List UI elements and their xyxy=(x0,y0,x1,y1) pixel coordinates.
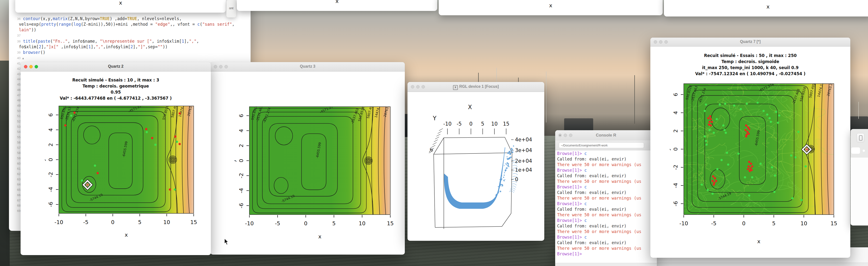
sample-point-red xyxy=(750,162,752,165)
code-token: ,info$ylim[ xyxy=(103,44,130,49)
code-line[interactable]: contour(x,y,matrix(Z,N,N,byrow=TRUE) ,ad… xyxy=(23,16,182,21)
box-edge xyxy=(434,153,512,154)
console-titlebar[interactable]: Console R xyxy=(555,130,657,141)
console-line: Called from: eval(ei, envir) xyxy=(555,190,657,195)
partial-plot-window-3[interactable]: x xyxy=(439,0,663,15)
line-number: 49 xyxy=(12,104,21,107)
code-token: ( xyxy=(71,22,73,27)
line-number: 40 xyxy=(12,56,21,60)
console-line: Browse[1]> c xyxy=(555,201,657,207)
quartz3-titlebar[interactable]: Quartz 3 xyxy=(210,62,405,72)
sample-point-green xyxy=(719,104,721,106)
y-tick-label: -2 xyxy=(48,172,54,177)
console-line: Browse[1]> c xyxy=(555,167,657,173)
surface-spray-point xyxy=(509,158,510,160)
mouse-tool-button[interactable] xyxy=(857,133,864,142)
sample-point-green xyxy=(705,140,707,142)
fold-marker-icon[interactable]: ▲ xyxy=(22,57,25,60)
surface-spray-point xyxy=(500,184,502,185)
code-token: ,, vfont = xyxy=(170,22,197,27)
console-line: Called from: eval(ei, envir) xyxy=(555,223,657,229)
sample-point-green xyxy=(766,113,768,116)
z-tick-label: 2e+04 xyxy=(515,158,532,164)
line-number: 37 xyxy=(12,34,21,37)
code-line[interactable]: fo$xlim[2],"]x[" ,info$ylim[1],",",info$… xyxy=(19,44,167,49)
code-token: (Z,N,N,byrow= xyxy=(67,16,100,21)
surface-spray-point xyxy=(504,165,504,166)
z-tick-label: 4e+04 xyxy=(515,137,532,142)
sample-point-green xyxy=(775,111,777,113)
x-tick-label: -5 xyxy=(83,219,88,225)
partial-plot-window-4[interactable]: x xyxy=(664,0,868,17)
code-line[interactable]: lain")) xyxy=(19,27,36,32)
box-edge xyxy=(435,227,502,228)
surface-spray-point xyxy=(496,194,497,195)
line-number: 60 xyxy=(12,162,21,165)
sample-point-green xyxy=(720,159,723,161)
sample-point-red xyxy=(169,188,171,191)
surface-spray-point xyxy=(508,158,509,159)
console-line: There were 50 or more warnings (us xyxy=(555,195,657,201)
quartz2-titlebar[interactable]: Quartz 2 xyxy=(21,62,211,72)
line-number: 64 xyxy=(12,183,21,186)
surface-spray-point xyxy=(498,192,499,193)
plot-title-line: Recuit simulé - Essais : 10 , it max : 3 xyxy=(21,77,211,83)
console-output[interactable]: Browse[1]> cCalled from: eval(ei, envir)… xyxy=(555,151,657,263)
code-line[interactable]: browser() xyxy=(23,50,45,55)
sample-point-red xyxy=(748,161,750,163)
sample-point-red xyxy=(747,168,749,170)
sample-point-green xyxy=(154,143,156,146)
x-tick-label: 5 xyxy=(138,219,142,225)
partial-plot-window-1[interactable]: x xyxy=(15,0,226,12)
y-tick-label: 4 xyxy=(238,129,244,132)
code-token: vels=exp( xyxy=(19,22,41,27)
sample-point-red xyxy=(714,177,716,179)
console-line: Browse[1]> c xyxy=(555,235,657,240)
x-tick-label: 10 xyxy=(491,121,498,127)
surface-spray-point xyxy=(510,156,512,158)
console-footer xyxy=(555,263,657,266)
line-number: 68 xyxy=(12,204,21,207)
x-tick-label: -5 xyxy=(711,220,716,227)
line-number: 41 xyxy=(12,61,21,65)
sample-point-green xyxy=(774,174,776,177)
sample-point-red xyxy=(145,128,147,130)
x-tick-label: -10 xyxy=(245,220,254,227)
partial-plot-window-2[interactable]: x xyxy=(237,0,437,11)
console-command: c xyxy=(585,218,587,223)
sample-point-green xyxy=(744,176,746,179)
quartz7-titlebar[interactable]: Quartz 7 [*] xyxy=(650,37,850,47)
sample-point-green xyxy=(733,104,735,106)
x-tick-label: 5 xyxy=(772,220,776,227)
box-edge xyxy=(434,154,435,228)
sample-point-green xyxy=(746,103,748,105)
surface-spray-point xyxy=(504,172,505,173)
code-line[interactable]: title(paste("Fn..", info$name, "\nrepres… xyxy=(23,39,199,44)
rgl-3d-plot[interactable]: XY-10-5051015-64e+043e+042e+041e+040 xyxy=(407,92,544,241)
console-prompt: Browse[1]> xyxy=(557,251,582,256)
code-token: fo$xlim[ xyxy=(19,44,39,49)
sample-point-green xyxy=(701,184,703,186)
line-number: 53 xyxy=(12,125,21,129)
line-number: 43 xyxy=(12,72,21,76)
panel-dot xyxy=(863,150,865,152)
sample-point-red xyxy=(710,124,712,127)
partial-window-font[interactable]: ont xyxy=(226,0,236,18)
console-prompt: Browse[1]> xyxy=(557,168,585,172)
code-token: TRUE xyxy=(127,16,137,21)
surface-spray-point xyxy=(506,167,507,169)
sample-point-green xyxy=(704,110,706,112)
working-directory-field[interactable]: ~/Documents/Enseignement/R-work xyxy=(559,142,644,148)
panel-field[interactable] xyxy=(851,148,860,154)
x-axis-label: x xyxy=(664,4,868,10)
code-token: , info$name, xyxy=(67,39,100,44)
code-token: , info$xlim[ xyxy=(152,39,182,44)
y-axis-hatch xyxy=(437,134,440,136)
surface-spray-point xyxy=(507,158,508,160)
y-tick-label: 0 xyxy=(238,159,244,162)
code-line[interactable]: vels=exp(pretty(range(log(Z-mini)),50))+… xyxy=(19,22,235,27)
rgl-titlebar[interactable]: XRGL device 1 [Focus] xyxy=(407,82,544,92)
sample-point-green xyxy=(713,132,715,134)
code-token: browser xyxy=(23,50,40,55)
sample-point-red xyxy=(715,180,717,182)
